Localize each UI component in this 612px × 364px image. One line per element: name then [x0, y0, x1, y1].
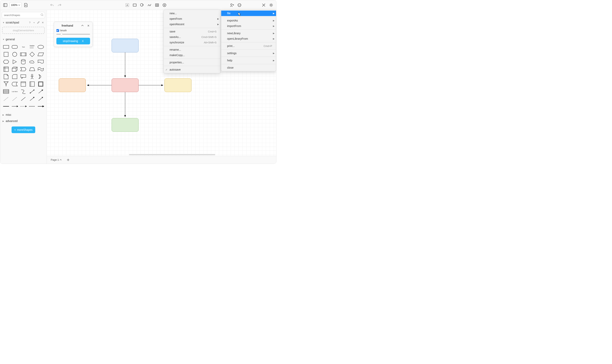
- zoom-select[interactable]: 100%: [10, 2, 22, 8]
- submenu-help[interactable]: help▶: [221, 58, 276, 63]
- canvas[interactable]: freehand ✕ brush s: [47, 10, 276, 156]
- slider-thumb[interactable]: [60, 33, 63, 35]
- shape-connector1[interactable]: [2, 103, 10, 110]
- advanced-header[interactable]: ▶ advanced: [2, 118, 45, 123]
- shape-cylinder[interactable]: [19, 58, 27, 65]
- shape-parallelogram[interactable]: [37, 51, 45, 58]
- stop-drawing-button[interactable]: stopDrawing X: [56, 38, 90, 44]
- shape-internal-storage[interactable]: [2, 66, 10, 73]
- shape-hexagon[interactable]: [2, 58, 10, 65]
- shape-step[interactable]: [19, 66, 27, 73]
- node-yellow[interactable]: [165, 78, 192, 92]
- menu-save-as[interactable]: saveAs...Cmd+Shift+S: [164, 34, 221, 40]
- redo-button[interactable]: [56, 2, 63, 8]
- shape-cube[interactable]: [11, 66, 19, 73]
- scratchpad-header[interactable]: ▼ scratchpad ? + ✕: [2, 20, 45, 25]
- freehand-tool-button[interactable]: [146, 2, 153, 8]
- node-green[interactable]: [111, 118, 139, 132]
- freehand-panel[interactable]: freehand ✕ brush s: [54, 22, 93, 47]
- ellipse-tool-button[interactable]: [139, 2, 145, 8]
- shape-list[interactable]: [2, 88, 10, 95]
- shape-connector2[interactable]: [11, 103, 19, 110]
- shape-container[interactable]: [19, 81, 27, 87]
- menu-open-from[interactable]: openFrom▶: [164, 16, 221, 22]
- shape-cloud[interactable]: [28, 58, 36, 65]
- shape-rectangle[interactable]: [2, 44, 10, 50]
- shape-connector5[interactable]: [37, 103, 45, 110]
- undo-button[interactable]: [49, 2, 55, 8]
- menu-autosave[interactable]: ✓autosave: [164, 67, 221, 72]
- share-button[interactable]: [229, 2, 235, 8]
- submenu-open-library-from[interactable]: openLibraryFrom▶: [221, 36, 276, 41]
- shape-diamond[interactable]: [28, 51, 36, 58]
- shape-ellipse[interactable]: [37, 44, 45, 50]
- node-blue[interactable]: [111, 39, 139, 52]
- more-shapes-button[interactable]: + moreShapes: [12, 127, 35, 133]
- shape-bidir-arrow[interactable]: [28, 88, 36, 95]
- shape-tape[interactable]: [37, 66, 45, 73]
- design-tools-button[interactable]: [261, 2, 267, 8]
- close-icon[interactable]: ✕: [41, 21, 44, 24]
- shape-actor[interactable]: [28, 73, 36, 80]
- theme-toggle-button[interactable]: [268, 2, 274, 8]
- menu-save[interactable]: saveCmd+S: [164, 29, 221, 34]
- edit-icon[interactable]: [37, 21, 40, 24]
- rectangle-tool-button[interactable]: [132, 2, 138, 8]
- shape-frame[interactable]: [37, 81, 45, 87]
- text-tool-button[interactable]: A: [124, 2, 130, 8]
- shape-note[interactable]: [2, 73, 10, 80]
- shape-callout[interactable]: [19, 73, 27, 80]
- shape-heading[interactable]: Heading━━━━━━━━━━: [28, 44, 36, 50]
- shape-line[interactable]: [19, 96, 27, 102]
- menu-synchronize[interactable]: synchronizeAlt+Shift+S: [164, 40, 221, 45]
- menu-make-copy[interactable]: makeCopy...: [164, 52, 221, 58]
- node-orange[interactable]: [59, 78, 86, 92]
- shape-dashed-line[interactable]: [2, 96, 10, 102]
- new-page-button[interactable]: [23, 2, 29, 8]
- shape-container2[interactable]: [28, 81, 36, 87]
- brush-checkbox[interactable]: [56, 29, 59, 32]
- horizontal-scrollbar[interactable]: [129, 154, 215, 155]
- menu-new[interactable]: new...: [164, 11, 221, 16]
- search-input[interactable]: [2, 12, 45, 18]
- help-icon[interactable]: ?: [28, 21, 31, 24]
- submenu-import-from[interactable]: importFrom▶: [221, 23, 276, 29]
- shape-dashed-line2[interactable]: [11, 96, 19, 102]
- submenu-settings[interactable]: settings▶: [221, 51, 276, 56]
- shape-list-item[interactable]: List Item: [11, 88, 19, 95]
- shape-rounded-rect[interactable]: [11, 44, 19, 50]
- close-icon[interactable]: ✕: [86, 24, 90, 27]
- scratchpad-dropzone[interactable]: dragElementsHere: [2, 27, 45, 34]
- misc-header[interactable]: ▶ misc: [2, 112, 45, 117]
- submenu-new-library[interactable]: newLibrary▶: [221, 30, 276, 36]
- add-tool-button[interactable]: [161, 2, 167, 8]
- shape-arrow[interactable]: [37, 88, 45, 95]
- menu-open-recent[interactable]: openRecent▶: [164, 22, 221, 27]
- submenu-file[interactable]: file▶: [221, 11, 276, 16]
- add-page-button[interactable]: [66, 157, 71, 162]
- shape-document[interactable]: [37, 58, 45, 65]
- shape-connector3[interactable]: [19, 103, 27, 110]
- table-tool-button[interactable]: [154, 2, 160, 8]
- toggle-sidebar-button[interactable]: [2, 2, 8, 8]
- shape-square[interactable]: [2, 51, 10, 58]
- general-header[interactable]: ▼ general: [2, 37, 45, 41]
- more-menu-button[interactable]: [236, 2, 243, 8]
- submenu-export-as[interactable]: exportAs▶: [221, 18, 276, 23]
- add-icon[interactable]: +: [32, 21, 36, 24]
- shape-connector4[interactable]: [28, 103, 36, 110]
- brush-slider[interactable]: [56, 33, 90, 35]
- shape-curve[interactable]: [19, 88, 27, 95]
- shape-line-arrow2[interactable]: [37, 96, 45, 102]
- shape-process[interactable]: [19, 51, 27, 58]
- shape-or[interactable]: [2, 81, 10, 87]
- shape-data-storage[interactable]: [11, 81, 19, 87]
- shape-line-arrow[interactable]: [28, 96, 36, 102]
- menu-properties[interactable]: properties...: [164, 60, 221, 65]
- shape-triangle[interactable]: [11, 58, 19, 65]
- page-tab-1[interactable]: Page-1: [49, 157, 64, 162]
- shape-card[interactable]: [11, 73, 19, 80]
- menu-rename[interactable]: rename...: [164, 47, 221, 52]
- submenu-print[interactable]: print...Cmd+P: [221, 43, 276, 49]
- submenu-close[interactable]: close: [221, 65, 276, 70]
